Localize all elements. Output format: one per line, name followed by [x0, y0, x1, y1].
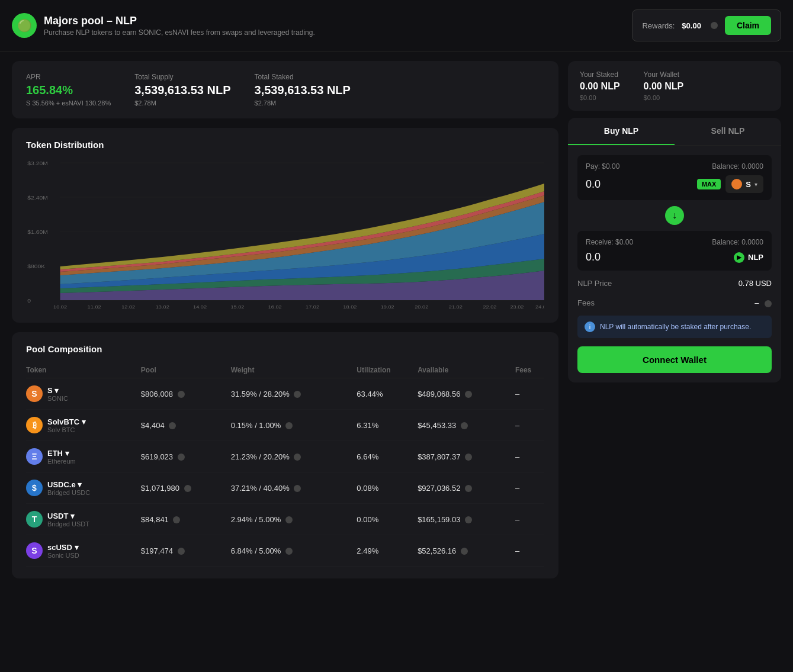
buy-sell-body: Pay: $0.00 Balance: 0.0000 MAX S ▾ — [568, 146, 781, 382]
app-title: Majors pool – NLP — [44, 15, 315, 27]
your-stats-card: Your Staked 0.00 NLP $0.00 Your Wallet 0… — [568, 61, 781, 111]
svg-text:18.02: 18.02 — [343, 304, 357, 310]
table-row: Ξ ETH ▾ Ethereum $619,023 21.23% / 20.20… — [26, 441, 544, 472]
pay-token-chevron: ▾ — [755, 181, 757, 188]
weight-cell: 6.84% / 5.00% — [231, 535, 357, 567]
fees-label: Fees — [577, 298, 595, 307]
svg-text:$1.60M: $1.60M — [27, 229, 48, 235]
receive-input-box: Receive: $0.00 Balance: 0.0000 ▶ NLP — [577, 231, 772, 271]
svg-text:20.02: 20.02 — [415, 304, 428, 310]
pool-cell: $84,841 — [141, 504, 231, 535]
svg-text:19.02: 19.02 — [381, 304, 394, 310]
your-wallet-sub: $0.00 — [644, 94, 684, 101]
info-icon: i — [585, 321, 595, 332]
pay-token-selector[interactable]: S ▾ — [725, 175, 763, 193]
supply-label: Total Supply — [134, 73, 230, 81]
col-available: Available — [418, 362, 515, 378]
token-cell: Ξ ETH ▾ Ethereum — [26, 441, 141, 472]
receive-amount-input[interactable] — [586, 251, 657, 263]
info-notice: i NLP will automatically be staked after… — [577, 316, 772, 338]
pay-amount-input[interactable] — [586, 178, 657, 191]
utilization-cell: 63.44% — [357, 378, 418, 410]
svg-text:22.02: 22.02 — [483, 304, 496, 310]
pay-token-label: S — [746, 180, 751, 189]
swap-direction-button[interactable]: ↓ — [665, 206, 684, 225]
svg-text:17.02: 17.02 — [306, 304, 319, 310]
your-wallet-value: 0.00 NLP — [644, 81, 684, 92]
svg-text:$800K: $800K — [27, 263, 45, 269]
claim-button[interactable]: Claim — [725, 16, 771, 35]
svg-text:21.02: 21.02 — [449, 304, 463, 310]
top-bar: 🟢 Majors pool – NLP Purchase NLP tokens … — [0, 0, 793, 52]
available-cell: $165,159.03 — [418, 504, 515, 535]
right-column: Your Staked 0.00 NLP $0.00 Your Wallet 0… — [568, 61, 781, 578]
notice-text: NLP will automatically be staked after p… — [600, 323, 751, 331]
your-staked-value: 0.00 NLP — [580, 81, 620, 92]
svg-text:12.02: 12.02 — [121, 304, 135, 310]
fees-cell: – — [515, 504, 544, 535]
your-staked-sub: $0.00 — [580, 94, 620, 101]
weight-cell: 21.23% / 20.20% — [231, 441, 357, 472]
pool-cell: $806,008 — [141, 378, 231, 410]
app-subtitle: Purchase NLP tokens to earn SONIC, esNAV… — [44, 28, 315, 37]
rewards-label: Rewards: — [642, 21, 675, 30]
your-staked-label: Your Staked — [580, 70, 620, 79]
weight-cell: 37.21% / 40.40% — [231, 472, 357, 504]
staked-value: 3,539,613.53 NLP — [255, 83, 351, 97]
supply-stat: Total Supply 3,539,613.53 NLP $2.78M — [134, 73, 230, 107]
max-button[interactable]: MAX — [697, 179, 721, 189]
main-layout: APR 165.84% S 35.56% + esNAVI 130.28% To… — [0, 52, 793, 588]
table-row: ₿ SolvBTC ▾ Solv BTC $4,404 0.15% / 1.00… — [26, 410, 544, 441]
receive-token-label: NLP — [748, 253, 763, 262]
receive-input-row: ▶ NLP — [586, 251, 763, 263]
utilization-cell: 6.64% — [357, 441, 418, 472]
fees-cell: – — [515, 410, 544, 441]
table-row: $ USDC.e ▾ Bridged USDC $1,071,980 37.21… — [26, 472, 544, 504]
available-cell: $45,453.33 — [418, 410, 515, 441]
svg-text:13.02: 13.02 — [156, 304, 169, 310]
buy-sell-card: Buy NLP Sell NLP Pay: $0.00 Balance: 0.0… — [568, 118, 781, 382]
staked-stat: Total Staked 3,539,613.53 NLP $2.78M — [255, 73, 351, 107]
svg-text:$2.40M: $2.40M — [27, 195, 48, 201]
rewards-bar: Rewards: $0.00 Claim — [632, 9, 781, 41]
col-pool: Pool — [141, 362, 231, 378]
sell-tab[interactable]: Sell NLP — [675, 118, 781, 145]
receive-header: Receive: $0.00 Balance: 0.0000 — [586, 238, 763, 246]
rewards-value: $0.00 — [682, 21, 701, 30]
staked-sub: $2.78M — [255, 99, 351, 107]
pool-table: Token Pool Weight Utilization Available … — [26, 362, 544, 567]
pool-cell: $1,071,980 — [141, 472, 231, 504]
stats-card: APR 165.84% S 35.56% + esNAVI 130.28% To… — [12, 61, 558, 118]
svg-text:23.02: 23.02 — [510, 304, 524, 310]
your-wallet-stat: Your Wallet 0.00 NLP $0.00 — [644, 70, 684, 101]
fees-cell: – — [515, 378, 544, 410]
utilization-cell: 2.49% — [357, 535, 418, 567]
fees-value: – — [755, 298, 772, 307]
fees-info-icon — [765, 300, 772, 307]
chart-area: $3.20M $2.40M $1.60M $800K 0 — [26, 157, 544, 311]
table-header-row: Token Pool Weight Utilization Available … — [26, 362, 544, 378]
available-cell: $52,526.16 — [418, 535, 515, 567]
weight-cell: 0.15% / 1.00% — [231, 410, 357, 441]
nlp-price-value: 0.78 USD — [739, 279, 772, 288]
apr-value: 165.84% — [26, 83, 111, 97]
utilization-cell: 0.08% — [357, 472, 418, 504]
weight-cell: 2.94% / 5.00% — [231, 504, 357, 535]
your-wallet-label: Your Wallet — [644, 70, 684, 79]
buy-tab[interactable]: Buy NLP — [568, 118, 675, 145]
pool-title: Pool Composition — [26, 344, 544, 354]
token-cell: S scUSD ▾ Sonic USD — [26, 535, 141, 567]
token-cell: T USDT ▾ Bridged USDT — [26, 504, 141, 535]
svg-text:15.02: 15.02 — [230, 304, 244, 310]
fees-row: Fees – — [577, 296, 772, 310]
tabs-row: Buy NLP Sell NLP — [568, 118, 781, 146]
pay-input-box: Pay: $0.00 Balance: 0.0000 MAX S ▾ — [577, 155, 772, 200]
connect-wallet-button[interactable]: Connect Wallet — [577, 346, 772, 373]
supply-sub: $2.78M — [134, 99, 230, 107]
fees-cell: – — [515, 472, 544, 504]
svg-text:11.02: 11.02 — [88, 304, 101, 310]
staked-label: Total Staked — [255, 73, 351, 81]
available-cell: $387,807.37 — [418, 441, 515, 472]
table-row: S S ▾ SONIC $806,008 31.59% / 28.20% 63.… — [26, 378, 544, 410]
token-cell: $ USDC.e ▾ Bridged USDC — [26, 472, 141, 504]
